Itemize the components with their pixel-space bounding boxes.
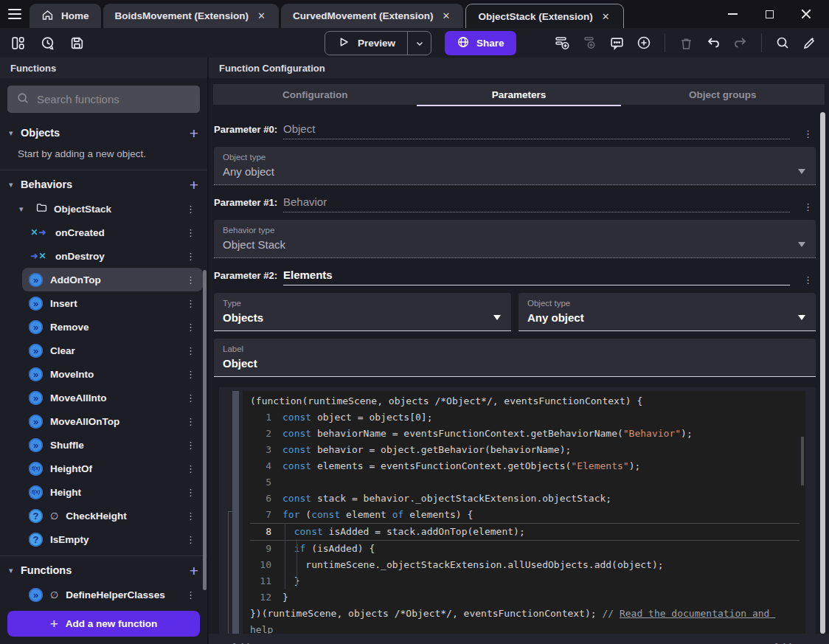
- item-menu-button[interactable]: ⋮: [183, 510, 198, 522]
- section-objects[interactable]: ▾ Objects +: [0, 120, 207, 145]
- parameter-2-type-select[interactable]: Type Objects: [214, 293, 511, 331]
- parameter-2-object-type-select[interactable]: Object type Any object: [518, 293, 816, 331]
- item-menu-button[interactable]: ⋮: [183, 440, 198, 451]
- function-item-definehelperclasses[interactable]: »∅DefineHelperClasses⋮: [22, 583, 203, 605]
- function-item-isempty[interactable]: ?IsEmpty⋮: [22, 527, 203, 551]
- line-number: 10: [250, 557, 282, 573]
- function-item-heightof[interactable]: f(x)HeightOf⋮: [22, 457, 203, 480]
- parameter-0-menu-button[interactable]: ⋮: [800, 128, 816, 139]
- delete-icon[interactable]: [677, 34, 695, 52]
- add-subevent-icon[interactable]: [580, 34, 598, 52]
- item-menu-button[interactable]: ⋮: [183, 416, 198, 427]
- item-menu-button[interactable]: ⋮: [183, 274, 198, 285]
- save-icon[interactable]: [68, 34, 86, 52]
- tab-boidsmovement[interactable]: BoidsMovement (Extension) ✕: [103, 4, 279, 28]
- share-button[interactable]: Share: [445, 31, 516, 55]
- parameter-0-object-type-select[interactable]: Object type Any object: [214, 147, 816, 185]
- preview-options-button[interactable]: [407, 32, 431, 55]
- item-menu-button[interactable]: ⋮: [183, 463, 198, 474]
- function-item-checkheight[interactable]: ?∅CheckHeight⋮: [22, 504, 203, 527]
- folder-menu-button[interactable]: ⋮: [183, 204, 198, 215]
- caret-down-icon[interactable]: ▾: [9, 180, 21, 190]
- line-number: 3: [250, 442, 282, 458]
- hamburger-menu-icon[interactable]: [0, 0, 30, 28]
- minimize-button[interactable]: [727, 9, 738, 19]
- code-line-2: 2const behaviorName = eventsFunctionCont…: [250, 426, 799, 442]
- code-line-1: 1const object = objects[0];: [250, 409, 799, 426]
- item-menu-button[interactable]: ⋮: [183, 487, 198, 498]
- close-tab-icon[interactable]: ✕: [600, 11, 611, 22]
- parameter-1-behavior-type-select[interactable]: Behavior type Object Stack: [214, 220, 816, 258]
- item-menu-button[interactable]: ⋮: [183, 369, 198, 380]
- action-function-icon: »: [29, 438, 43, 452]
- search-icon[interactable]: [774, 34, 791, 52]
- function-item-moveallinto[interactable]: »MoveAllInto⋮: [22, 386, 203, 409]
- function-item-label: onDestroy: [55, 251, 105, 262]
- event-drag-handle[interactable]: [232, 391, 239, 644]
- function-item-ondestroy[interactable]: ➜✕onDestroy⋮: [22, 244, 203, 268]
- ai-edit-icon[interactable]: [801, 34, 819, 52]
- item-menu-button[interactable]: ⋮: [183, 345, 198, 356]
- close-tab-icon[interactable]: ✕: [256, 10, 267, 21]
- search-functions-box[interactable]: [7, 86, 200, 113]
- caret-down-icon[interactable]: ▾: [9, 128, 21, 138]
- tab-parameters[interactable]: Parameters: [417, 84, 620, 105]
- function-item-height[interactable]: f(x)Height⋮: [22, 480, 203, 504]
- function-item-oncreated[interactable]: ✕➜onCreated⋮: [22, 221, 203, 244]
- item-menu-button[interactable]: ⋮: [183, 322, 198, 333]
- add-behavior-button[interactable]: +: [190, 177, 198, 193]
- parameter-2-label-input[interactable]: Label Object: [214, 339, 816, 377]
- parameter-0-name-input[interactable]: Object: [283, 122, 790, 139]
- item-menu-button[interactable]: ⋮: [183, 251, 198, 262]
- tab-object-groups[interactable]: Object groups: [621, 84, 825, 105]
- preview-split-button[interactable]: Preview: [325, 31, 431, 55]
- function-item-insert[interactable]: »Insert⋮: [22, 291, 203, 315]
- search-functions-input[interactable]: [37, 93, 191, 105]
- tab-home[interactable]: Home: [30, 4, 101, 28]
- sidebar-scrollbar[interactable]: [203, 270, 207, 590]
- function-item-moveinto[interactable]: »MoveInto⋮: [22, 362, 203, 386]
- javascript-code-editor[interactable]: (function(runtimeScene, objects /*Object…: [243, 391, 805, 644]
- add-object-button[interactable]: +: [190, 125, 198, 141]
- open-editors-panel-icon[interactable]: [9, 34, 27, 52]
- parameter-2-name-input[interactable]: Elements: [283, 269, 790, 285]
- caret-down-icon[interactable]: ▾: [19, 204, 30, 214]
- panel-title: Function Configuration: [209, 58, 829, 78]
- function-item-remove[interactable]: »Remove⋮: [22, 315, 203, 339]
- item-menu-button[interactable]: ⋮: [183, 589, 198, 600]
- editor-scrollbar[interactable]: [801, 437, 804, 485]
- function-item-moveallontop[interactable]: »MoveAllOnTop⋮: [22, 409, 203, 433]
- redo-icon[interactable]: [732, 34, 749, 52]
- version-history-icon[interactable]: [38, 34, 56, 52]
- code-lines: 1const object = objects[0];2const behavi…: [250, 409, 799, 606]
- item-menu-button[interactable]: ⋮: [183, 534, 198, 545]
- close-window-button[interactable]: [801, 9, 811, 19]
- add-new-function-button[interactable]: + Add a new function: [7, 611, 200, 637]
- close-tab-icon[interactable]: ✕: [440, 10, 451, 21]
- tab-curvedmovement[interactable]: CurvedMovement (Extension) ✕: [281, 4, 463, 28]
- caret-down-icon[interactable]: ▾: [9, 566, 21, 575]
- section-functions[interactable]: ▾ Functions +: [0, 558, 207, 583]
- parameter-2-menu-button[interactable]: ⋮: [800, 274, 816, 285]
- add-free-function-button[interactable]: +: [190, 563, 198, 578]
- item-menu-button[interactable]: ⋮: [183, 227, 198, 238]
- function-item-addontop[interactable]: »AddOnTop⋮: [22, 268, 203, 291]
- preview-button[interactable]: Preview: [325, 35, 407, 51]
- folder-objectstack[interactable]: ▾ ObjectStack ⋮: [0, 197, 207, 221]
- add-comment-icon[interactable]: [608, 34, 625, 52]
- add-event-icon[interactable]: [553, 34, 571, 52]
- item-menu-button[interactable]: ⋮: [183, 298, 198, 309]
- maximize-button[interactable]: [764, 9, 774, 19]
- parameter-1-name-input[interactable]: Behavior: [283, 195, 790, 212]
- function-item-shuffle[interactable]: »Shuffle⋮: [22, 433, 203, 457]
- function-item-label: Clear: [50, 345, 75, 356]
- tab-configuration[interactable]: Configuration: [213, 84, 417, 105]
- main-scrollbar[interactable]: [820, 112, 825, 634]
- parameter-1-menu-button[interactable]: ⋮: [800, 201, 816, 212]
- undo-icon[interactable]: [704, 34, 722, 52]
- tab-objectstack[interactable]: ObjectStack (Extension) ✕: [465, 4, 623, 28]
- function-item-clear[interactable]: »Clear⋮: [22, 339, 203, 362]
- item-menu-button[interactable]: ⋮: [183, 392, 198, 404]
- add-circle-icon[interactable]: [635, 34, 653, 52]
- section-behaviors[interactable]: ▾ Behaviors +: [0, 172, 207, 197]
